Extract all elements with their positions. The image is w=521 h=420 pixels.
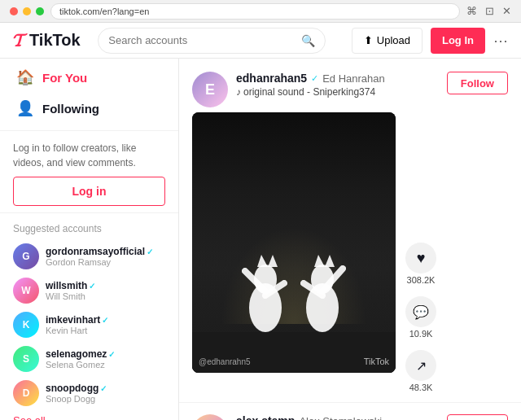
comment-icon-1: 💬 — [405, 296, 436, 327]
video-actions-1: ♥ 308.2K 💬 10.9K ↗ 48.3K — [402, 112, 436, 392]
avatar-will: W — [13, 278, 39, 304]
video1-verified-icon: ✓ — [311, 73, 318, 84]
selena-username: selenagomez — [46, 348, 107, 360]
video2-username[interactable]: alex.stemp — [236, 414, 295, 420]
suggested-account-gordon[interactable]: G gordonramsayofficial ✓ Gordon Ramsay — [0, 239, 178, 273]
sidebar-divider — [0, 130, 178, 131]
suggested-account-snoop[interactable]: D snoopdogg ✓ Snoop Dogg — [0, 376, 178, 410]
foryou-label: For You — [42, 71, 87, 85]
avatar-snoop: D — [13, 380, 39, 406]
kevin-verified: ✓ — [102, 316, 108, 325]
tab-icon[interactable]: ⊡ — [485, 5, 494, 17]
login-prompt-text: Log in to follow creators, like videos, … — [0, 134, 178, 177]
video-card-1: E edhanrahan5 ✓ Ed Hanrahan ♪ original s… — [179, 59, 521, 403]
suggested-account-selena[interactable]: S selenagomez ✓ Selena Gomez — [0, 342, 178, 376]
more-menu-icon[interactable]: ⋯ — [493, 32, 508, 50]
will-username: willsmith — [46, 280, 87, 291]
follow-button-1[interactable]: Follow — [447, 72, 508, 94]
login-button[interactable]: Log In — [431, 28, 485, 54]
gordon-username: gordonramsayofficial — [46, 246, 145, 257]
kevin-username: imkevinhart — [46, 314, 100, 326]
url-bar[interactable]: tiktok.com/en?lang=en — [50, 3, 460, 20]
selena-displayname: Selena Gomez — [46, 360, 115, 370]
video-thumbnail-1[interactable]: TikTok @edhanrahn5 — [192, 112, 396, 373]
gordon-verified: ✓ — [147, 247, 153, 256]
content-feed: E edhanrahan5 ✓ Ed Hanrahan ♪ original s… — [179, 59, 521, 420]
tiktok-icon: 𝓣 — [13, 30, 26, 51]
avatar-selena: S — [13, 346, 39, 372]
share-action-1[interactable]: ↗ 48.3K — [405, 350, 436, 392]
comment-action-1[interactable]: 💬 10.9K — [405, 296, 436, 339]
snoop-displayname: Snoop Dogg — [46, 394, 107, 404]
video1-author-tag: @edhanrahn5 — [199, 357, 251, 366]
music-note-icon: ♪ — [236, 86, 241, 98]
video1-watermark: TikTok — [364, 357, 389, 366]
svg-marker-9 — [325, 255, 335, 267]
home-icon: 🏠 — [16, 68, 34, 86]
video1-displayname: Ed Hanrahan — [322, 72, 385, 85]
share-count-1: 48.3K — [409, 383, 433, 392]
avatar-alex[interactable]: A — [192, 414, 228, 420]
upload-label: Upload — [377, 34, 410, 46]
more-browser-icon[interactable]: ✕ — [502, 5, 511, 17]
follow-button-2[interactable]: Follow — [447, 414, 508, 420]
svg-marker-2 — [257, 255, 268, 267]
video1-username[interactable]: edhanrahan5 — [236, 72, 307, 85]
svg-marker-8 — [314, 255, 325, 267]
suggested-account-will[interactable]: W willsmith ✓ Will Smith — [0, 273, 178, 308]
sidebar-nav: 🏠 For You 👤 Following — [0, 59, 178, 127]
like-action-1[interactable]: ♥ 308.2K — [405, 243, 436, 285]
gordon-displayname: Gordon Ramsay — [46, 257, 153, 267]
suggested-account-kevin[interactable]: K imkevinhart ✓ Kevin Hart — [0, 308, 178, 342]
following-icon: 👤 — [16, 99, 34, 117]
will-displayname: Will Smith — [46, 291, 95, 301]
snoop-username: snoopdogg — [46, 383, 99, 394]
sidebar-item-following[interactable]: 👤 Following — [7, 93, 172, 124]
sidebar: 🏠 For You 👤 Following Log in to follow c… — [0, 59, 179, 420]
suggested-title: Suggested accounts — [0, 220, 178, 239]
share-icon-1: ↗ — [405, 350, 436, 381]
comment-count-1: 10.9K — [409, 329, 433, 339]
video-card-2: A alex.stemp Alex Stemplewski He had pla… — [179, 403, 521, 420]
brand-logo[interactable]: 𝓣 TikTok — [13, 30, 81, 51]
avatar-edhan[interactable]: E — [192, 72, 228, 107]
upload-icon: ⬆ — [364, 34, 373, 46]
following-label: Following — [42, 102, 99, 116]
main-layout: 🏠 For You 👤 Following Log in to follow c… — [0, 59, 521, 420]
bookmark-icon[interactable]: ⌘ — [466, 5, 477, 17]
selena-verified: ✓ — [108, 350, 115, 359]
sidebar-divider2 — [0, 212, 178, 213]
snoop-verified: ✓ — [100, 384, 107, 393]
like-count-1: 308.2K — [407, 275, 436, 285]
will-verified: ✓ — [89, 282, 95, 291]
sidebar-item-foryou[interactable]: 🏠 For You — [7, 62, 172, 93]
url-text: tiktok.com/en?lang=en — [59, 7, 149, 16]
upload-button[interactable]: ⬆ Upload — [352, 28, 422, 54]
avatar-kevin: K — [13, 312, 39, 338]
search-box[interactable]: 🔍 — [98, 28, 326, 54]
nav-right: ⬆ Upload Log In ⋯ — [352, 28, 508, 54]
brand-name: TikTok — [29, 31, 81, 50]
kevin-displayname: Kevin Hart — [46, 326, 108, 335]
browser-topbar: tiktok.com/en?lang=en ⌘ ⊡ ✕ — [0, 0, 521, 23]
sidebar-login-button[interactable]: Log in — [13, 177, 165, 206]
video2-displayname: Alex Stemplewski — [299, 415, 382, 421]
search-icon: 🔍 — [301, 34, 315, 47]
like-icon-1: ♥ — [405, 243, 436, 273]
search-input[interactable] — [108, 34, 295, 46]
svg-marker-3 — [268, 255, 278, 267]
avatar-gordon: G — [13, 243, 39, 269]
navbar: 𝓣 TikTok 🔍 ⬆ Upload Log In ⋯ — [0, 23, 521, 59]
see-all-link[interactable]: See all — [0, 410, 178, 420]
